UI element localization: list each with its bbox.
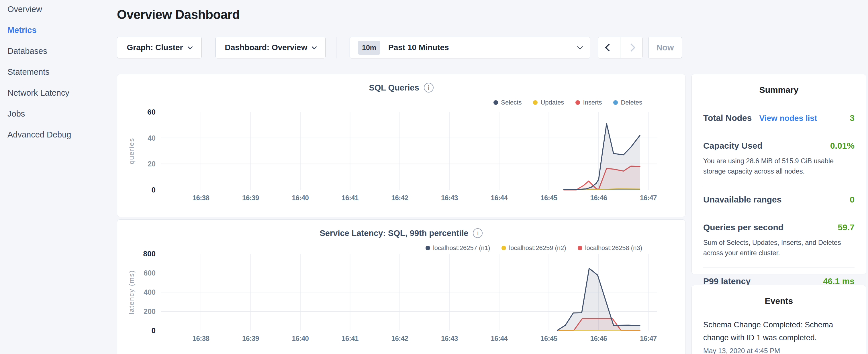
time-pager (598, 37, 643, 58)
svg-text:16:46: 16:46 (590, 334, 607, 342)
sidebar-item-jobs[interactable]: Jobs (7, 109, 115, 119)
svg-text:16:42: 16:42 (392, 334, 408, 342)
chevron-down-icon (187, 44, 192, 49)
svg-text:16:41: 16:41 (342, 334, 359, 342)
time-range-badge: 10m (358, 41, 380, 55)
svg-text:40: 40 (148, 134, 156, 142)
svg-text:16:47: 16:47 (640, 194, 657, 202)
dashboard-dropdown[interactable]: Dashboard: Overview (216, 37, 326, 58)
svg-text:16:39: 16:39 (242, 194, 259, 202)
svg-text:16:43: 16:43 (441, 334, 458, 342)
sidebar-item-databases[interactable]: Databases (7, 46, 115, 56)
svg-text:0: 0 (152, 326, 156, 335)
svg-text:queries: queries (127, 138, 135, 164)
summary-label: Queries per second (703, 223, 783, 232)
summary-panel: Summary Total Nodes View nodes list 3 Ca… (691, 74, 866, 275)
summary-row-unavailable-ranges: Unavailable ranges 0 (703, 186, 855, 214)
summary-value: 59.7 (838, 223, 855, 232)
summary-description: Sum of Selects, Updates, Inserts, and De… (703, 237, 855, 258)
svg-text:0: 0 (152, 186, 156, 194)
event-item[interactable]: Schema Change Completed: Schema change w… (703, 319, 855, 344)
time-forward-button[interactable] (620, 37, 643, 58)
svg-text:16:41: 16:41 (342, 194, 359, 202)
time-range-dropdown[interactable]: 10m Past 10 Minutes (350, 37, 590, 58)
summary-label: Capacity Used (703, 141, 763, 151)
summary-value: 0.01% (830, 141, 855, 151)
service-latency-chart[interactable]: 16:3816:3916:4016:4116:4216:4316:4416:45… (117, 220, 685, 354)
sidebar-item-overview[interactable]: Overview (7, 5, 115, 14)
svg-text:16:45: 16:45 (540, 334, 557, 342)
summary-row-capacity: Capacity Used 0.01% You are using 28.6 M… (703, 132, 855, 186)
chevron-down-icon (577, 44, 583, 50)
graph-dropdown[interactable]: Graph: Cluster (117, 37, 202, 58)
sidebar-item-metrics[interactable]: Metrics (7, 26, 115, 35)
service-latency-chart-card: Service Latency: SQL, 99th percentile i … (117, 219, 685, 354)
now-button[interactable]: Now (648, 37, 682, 58)
chevron-right-icon (627, 43, 635, 52)
page-title: Overview Dashboard (117, 7, 685, 22)
events-title: Events (703, 296, 855, 306)
svg-text:16:46: 16:46 (590, 194, 607, 202)
svg-text:800: 800 (143, 250, 156, 258)
chevron-down-icon (312, 44, 317, 49)
svg-text:16:38: 16:38 (192, 194, 210, 202)
svg-text:16:38: 16:38 (192, 334, 210, 342)
svg-text:16:43: 16:43 (441, 194, 458, 202)
events-panel: Events Schema Change Completed: Schema c… (691, 285, 866, 354)
summary-label: Total Nodes (703, 113, 752, 123)
svg-text:16:42: 16:42 (392, 194, 408, 202)
svg-text:16:44: 16:44 (491, 334, 508, 342)
svg-text:60: 60 (147, 108, 156, 116)
summary-value: 3 (850, 113, 855, 123)
sql-queries-chart-card: SQL Queries i Selects Updates Inserts De… (117, 74, 685, 217)
sidebar-item-advanced-debug[interactable]: Advanced Debug (7, 130, 115, 139)
svg-text:16:40: 16:40 (292, 194, 309, 202)
summary-value: 46.1 ms (823, 277, 855, 286)
svg-text:200: 200 (144, 307, 156, 315)
svg-text:600: 600 (144, 269, 156, 277)
dashboard-dropdown-label: Dashboard: Overview (225, 43, 308, 52)
summary-row-total-nodes: Total Nodes View nodes list 3 (703, 104, 855, 132)
svg-text:20: 20 (148, 160, 156, 168)
time-back-button[interactable] (598, 37, 620, 58)
svg-text:16:45: 16:45 (540, 194, 557, 202)
svg-text:16:39: 16:39 (242, 334, 259, 342)
sidebar: Overview Metrics Databases Statements Ne… (0, 0, 115, 151)
controls-bar: Graph: Cluster Dashboard: Overview 10m P… (117, 37, 685, 58)
time-range-label: Past 10 Minutes (388, 43, 573, 52)
summary-row-qps: Queries per second 59.7 Sum of Selects, … (703, 214, 855, 268)
summary-label: Unavailable ranges (703, 195, 781, 204)
svg-text:latency (ms): latency (ms) (127, 270, 135, 315)
svg-text:16:47: 16:47 (640, 334, 657, 342)
controls-divider (336, 37, 336, 58)
svg-text:400: 400 (144, 288, 156, 296)
graph-dropdown-label: Graph: Cluster (127, 43, 183, 52)
chevron-left-icon (605, 43, 613, 52)
sidebar-item-network-latency[interactable]: Network Latency (7, 88, 115, 98)
event-timestamp: May 13, 2020 at 4:45 PM (703, 347, 855, 354)
svg-text:16:44: 16:44 (491, 194, 508, 202)
svg-text:16:40: 16:40 (292, 334, 309, 342)
sql-queries-chart[interactable]: 16:3816:3916:4016:4116:4216:4316:4416:45… (117, 74, 685, 217)
sidebar-item-statements[interactable]: Statements (7, 67, 115, 77)
summary-label: P99 latency (703, 277, 750, 286)
summary-title: Summary (703, 85, 855, 95)
summary-description: You are using 28.6 MiB of 515.9 GiB usab… (703, 156, 855, 177)
view-nodes-list-link[interactable]: View nodes list (759, 114, 817, 123)
summary-value: 0 (850, 195, 855, 204)
